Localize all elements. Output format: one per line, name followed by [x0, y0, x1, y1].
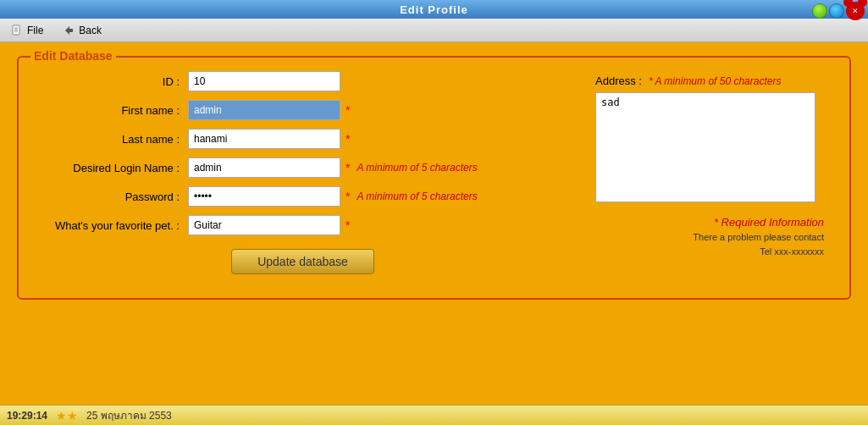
form-legend: Edit Database [30, 49, 116, 63]
loginname-label: Desired Login Name : [36, 162, 188, 174]
address-section: Address : * A minimum of 50 characters s… [595, 75, 832, 206]
firstname-required: * [346, 103, 350, 117]
id-row: ID : [36, 71, 570, 91]
loginname-row: Desired Login Name : * A minimum of 5 ch… [36, 157, 570, 178]
firstname-label: First name : [36, 104, 188, 117]
bottom-section: * Required Information There a problem p… [595, 212, 832, 258]
contact-line2: Tel xxx-xxxxxxx [693, 245, 824, 259]
edit-database-box: Edit Database ID : First name : * Last n… [17, 56, 851, 300]
window-title: Edit Profile [400, 3, 468, 16]
pet-required: * [346, 218, 350, 232]
menu-bar: File Back [0, 19, 868, 42]
main-content: Edit Database ID : First name : * Last n… [0, 42, 868, 405]
address-label-row: Address : * A minimum of 50 characters [595, 75, 832, 87]
pet-input[interactable] [188, 215, 340, 235]
back-menu[interactable]: Back [57, 22, 107, 39]
back-icon [62, 24, 75, 37]
password-required: * [346, 190, 350, 203]
maximize-button[interactable] [829, 3, 844, 19]
loginname-input[interactable] [188, 157, 340, 178]
svg-rect-5 [69, 29, 73, 32]
contact-line1: There a problem please contact [693, 230, 824, 245]
lastname-label: Last name : [36, 133, 188, 146]
status-date: 25 พฤษภาคม 2553 [86, 407, 172, 423]
svg-marker-4 [65, 26, 69, 35]
button-row: Update database [36, 249, 570, 274]
back-menu-label: Back [79, 25, 102, 36]
status-time: 19:29:14 [7, 410, 47, 422]
lastname-input[interactable] [188, 129, 340, 149]
contact-info-block: * Required Information There a problem p… [693, 212, 824, 258]
minimize-button[interactable] [812, 3, 827, 19]
password-hint: A minimum of 5 characters [357, 190, 477, 202]
firstname-input[interactable] [188, 100, 340, 120]
file-icon [10, 24, 24, 37]
status-stars: ★★ [56, 409, 78, 422]
id-input[interactable] [188, 71, 340, 91]
loginname-hint: A minimum of 5 characters [357, 162, 477, 174]
pet-row: What's your favorite pet. : * [36, 215, 570, 235]
password-label: Password : [36, 190, 188, 203]
loginname-required: * [346, 161, 350, 174]
id-label: ID : [36, 75, 188, 88]
window-controls: ✕ [812, 2, 865, 20]
address-hint: * A minimum of 50 characters [649, 75, 782, 87]
lastname-required: * [346, 132, 350, 146]
close-button[interactable]: ✕ [846, 2, 865, 20]
required-info: * Required Information [693, 216, 824, 229]
lastname-row: Last name : * [36, 129, 570, 149]
form-layout: ID : First name : * Last name : * [36, 71, 832, 281]
file-menu-label: File [27, 25, 43, 36]
form-right: Address : * A minimum of 50 characters s… [595, 71, 832, 281]
status-bar: 19:29:14 ★★ 25 พฤษภาคม 2553 [0, 405, 868, 425]
password-row: Password : * A minimum of 5 characters [36, 186, 570, 207]
pet-label: What's your favorite pet. : [36, 219, 188, 232]
address-textarea[interactable]: sad [595, 92, 815, 202]
title-bar: Edit Profile ✕ [0, 0, 868, 19]
firstname-row: First name : * [36, 100, 570, 120]
form-left: ID : First name : * Last name : * [36, 71, 570, 281]
file-menu[interactable]: File [5, 22, 48, 39]
contact-info: There a problem please contact Tel xxx-x… [693, 230, 824, 258]
update-button[interactable]: Update database [231, 249, 374, 274]
address-label: Address : [595, 75, 642, 87]
password-input[interactable] [188, 186, 340, 207]
